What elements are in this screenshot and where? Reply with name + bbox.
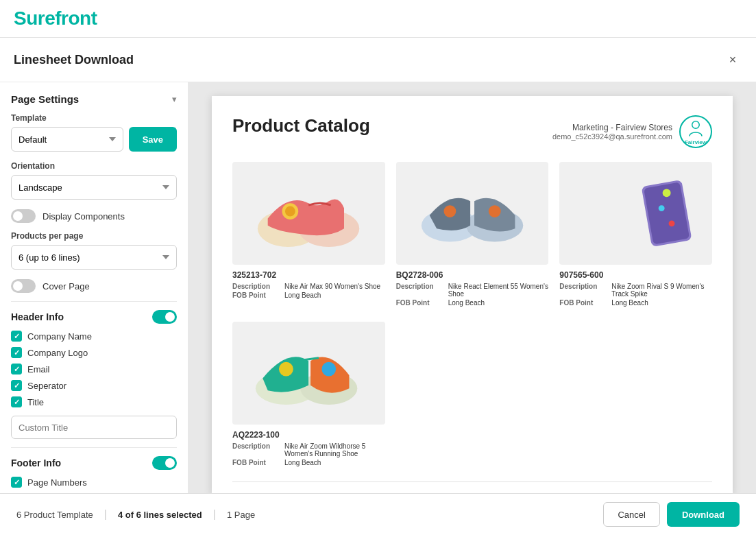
svg-point-12 — [658, 205, 664, 211]
settings-panel: Page Settings ▾ Template Default Modern … — [0, 82, 188, 493]
custom-title-input[interactable] — [11, 416, 177, 439]
header-info-row: Header Info — [11, 310, 177, 324]
display-components-label: Display Components — [42, 211, 125, 222]
modal-header: Linesheet Download × — [0, 38, 756, 82]
product-field-key-4a: Description — [232, 442, 280, 457]
header-info-label: Header Info — [11, 311, 64, 322]
title-checkbox[interactable] — [11, 396, 22, 407]
product-code-3: 907565-600 — [559, 270, 712, 280]
product-img-3 — [559, 162, 712, 265]
catalog-header: Product Catalog Marketing - Fairview Sto… — [232, 115, 712, 148]
products-grid-row1: 325213-702 DescriptionNike Air Max 90 Wo… — [232, 162, 712, 308]
seperator-label: Seperator — [27, 381, 66, 391]
product-field-val-3b: Long Beach — [611, 299, 648, 307]
title-label: Title — [27, 397, 44, 407]
svg-point-4 — [285, 206, 295, 217]
products-per-page-field: Products per page 6 (up to 6 lines) 4 (u… — [11, 231, 177, 270]
email-row: Email — [11, 364, 177, 374]
product-card-1: 325213-702 DescriptionNike Air Max 90 Wo… — [232, 162, 385, 308]
product-field-key-3b: FOB Point — [559, 299, 607, 307]
product-card-2: BQ2728-006 DescriptionNike React Element… — [396, 162, 549, 308]
product-code-4: AQ2223-100 — [232, 430, 385, 440]
template-select[interactable]: Default Modern Classic — [11, 127, 123, 152]
brand-logo: Fairview — [679, 115, 712, 148]
orientation-field: Orientation Landscape Portrait — [11, 161, 177, 200]
cover-page-row: Cover Page — [11, 279, 177, 293]
brand-logo-text: Fairview — [685, 139, 707, 145]
product-field-key-3a: Description — [559, 283, 607, 298]
svg-point-0 — [692, 121, 700, 128]
svg-point-16 — [279, 362, 293, 377]
company-name-row: Company Name — [11, 331, 177, 342]
brand-name: Marketing - Fairview Stores — [552, 123, 672, 132]
page-settings-section: Page Settings ▾ — [11, 93, 177, 105]
product-field-val-1a: Nike Air Max 90 Women's Shoe — [284, 283, 380, 290]
template-label: Template — [11, 113, 177, 123]
product-img-1 — [232, 162, 385, 265]
orientation-select[interactable]: Landscape Portrait — [11, 175, 177, 200]
seperator-row: Seperator — [11, 380, 177, 391]
catalog-brand: Marketing - Fairview Stores demo_c52c392… — [552, 115, 712, 148]
product-field-val-2a: Nike React Element 55 Women's Shoe — [448, 283, 549, 298]
company-logo-checkbox[interactable] — [11, 347, 22, 358]
email-checkbox[interactable] — [11, 364, 22, 374]
template-stat: 6 Product Template — [16, 510, 93, 520]
product-img-2 — [396, 162, 549, 265]
products-per-page-select[interactable]: 6 (up to 6 lines) 4 (up to 4 lines) 9 (u… — [11, 245, 177, 270]
company-name-checkbox[interactable] — [11, 331, 22, 342]
product-field-val-3a: Nike Zoom Rival S 9 Women's Track Spike — [611, 283, 712, 298]
company-logo-row: Company Logo — [11, 347, 177, 358]
svg-point-17 — [322, 362, 337, 377]
product-field-val-1b: Long Beach — [284, 292, 321, 299]
lines-stat: 4 of 6 lines selected — [118, 510, 202, 520]
email-label: Email — [27, 364, 50, 374]
pages-stat: 1 Page — [227, 510, 255, 520]
display-components-toggle[interactable] — [11, 209, 36, 223]
footer-info-label: Footer Info — [11, 457, 61, 468]
brand-info: Marketing - Fairview Stores demo_c52c392… — [552, 123, 672, 141]
download-button[interactable]: Download — [667, 502, 740, 527]
cancel-button[interactable]: Cancel — [603, 502, 659, 527]
page-settings-title: Page Settings — [11, 93, 79, 105]
stat-divider-1: | — [104, 508, 107, 521]
bottom-stats: 6 Product Template | 4 of 6 lines select… — [16, 508, 255, 521]
seperator-checkbox[interactable] — [11, 380, 22, 391]
footer-info-toggle[interactable] — [152, 456, 177, 470]
cover-page-label: Cover Page — [42, 281, 90, 292]
preview-panel: Product Catalog Marketing - Fairview Sto… — [188, 82, 756, 493]
products-grid-row2: AQ2223-100 DescriptionNike Air Zoom Wild… — [232, 322, 712, 468]
page-numbers-checkbox[interactable] — [11, 477, 22, 488]
header-info-toggle[interactable] — [152, 310, 177, 324]
stat-divider-2: | — [213, 508, 216, 521]
bottom-actions: Cancel Download — [603, 502, 740, 527]
title-row: Title — [11, 396, 177, 407]
catalog-title: Product Catalog — [232, 115, 370, 136]
product-field-key-1b: FOB Point — [232, 292, 280, 299]
footer-info-row: Footer Info — [11, 456, 177, 470]
linesheet-download-modal: Linesheet Download × Page Settings ▾ Tem… — [0, 38, 756, 535]
template-field: Template Default Modern Classic Save — [11, 113, 177, 152]
svg-point-8 — [489, 205, 501, 217]
orientation-label: Orientation — [11, 161, 177, 171]
close-button[interactable]: × — [723, 50, 742, 69]
product-field-key-1a: Description — [232, 283, 280, 290]
product-field-key-2a: Description — [396, 283, 444, 298]
preview-page: Product Catalog Marketing - Fairview Sto… — [212, 96, 733, 493]
bottom-bar: 6 Product Template | 4 of 6 lines select… — [0, 493, 756, 535]
svg-point-11 — [662, 189, 670, 197]
app-logo: Surefront — [14, 8, 97, 29]
page-numbers-row: Page Numbers — [11, 477, 177, 488]
product-field-key-4b: FOB Point — [232, 459, 280, 466]
product-field-val-4a: Nike Air Zoom Wildhorse 5 Women's Runnin… — [284, 442, 385, 457]
display-components-row: Display Components — [11, 209, 177, 223]
company-logo-label: Company Logo — [27, 348, 88, 358]
save-template-button[interactable]: Save — [129, 127, 177, 152]
company-name-label: Company Name — [27, 331, 92, 342]
page-settings-chevron[interactable]: ▾ — [172, 94, 177, 104]
product-field-val-4b: Long Beach — [284, 459, 321, 466]
product-code-1: 325213-702 — [232, 270, 385, 280]
brand-email: demo_c52c3924@qa.surefront.com — [552, 132, 672, 141]
svg-point-7 — [443, 205, 456, 217]
cover-page-toggle[interactable] — [11, 279, 36, 293]
svg-point-13 — [668, 220, 674, 226]
